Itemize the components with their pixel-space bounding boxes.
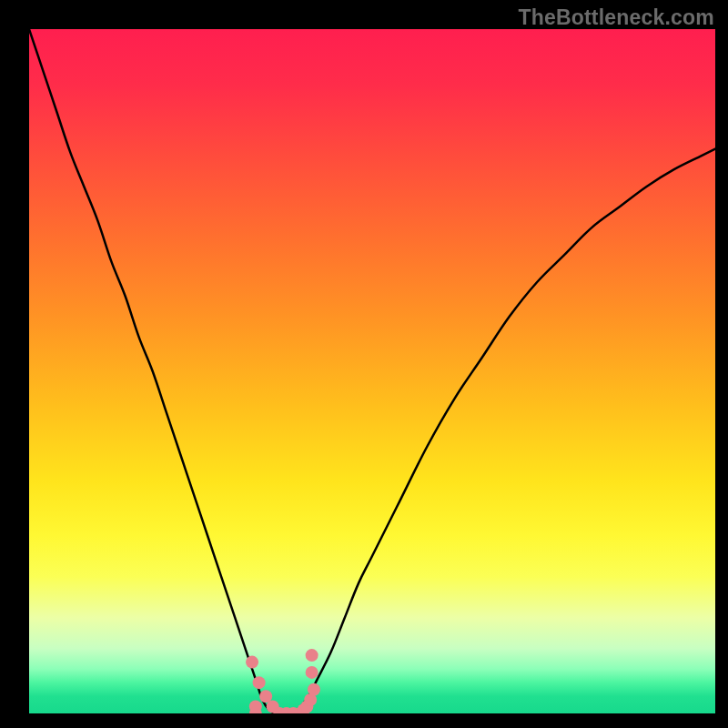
chart-canvas: TheBottleneck.com	[0, 0, 728, 728]
plot-area	[29, 29, 715, 713]
watermark-text: TheBottleneck.com	[518, 5, 714, 30]
min-marker-dot	[306, 649, 318, 662]
min-marker-dot	[308, 683, 320, 696]
min-marker-dot	[246, 656, 258, 669]
chart-svg	[29, 29, 715, 713]
bottleneck-curve	[29, 29, 715, 713]
min-marker-dot	[253, 676, 266, 689]
min-marker-dot	[306, 666, 318, 679]
